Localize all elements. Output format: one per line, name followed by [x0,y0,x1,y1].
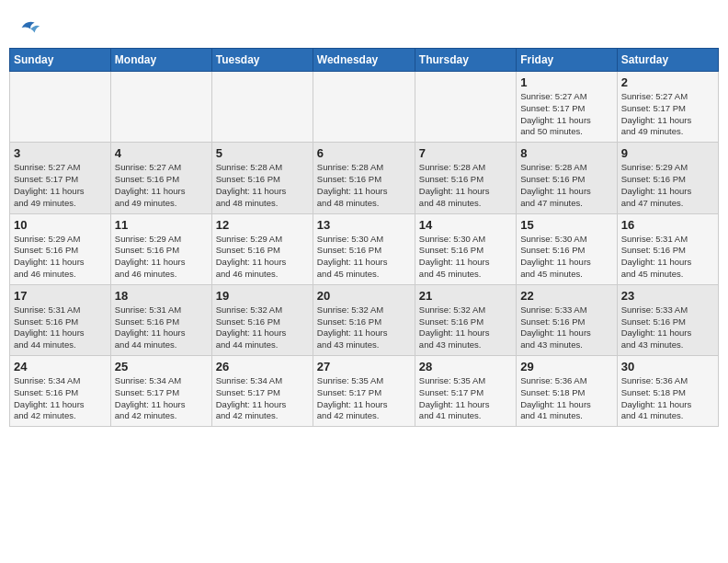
calendar-week-row: 24Sunrise: 5:34 AMSunset: 5:16 PMDayligh… [10,356,719,427]
calendar-day-cell: 7Sunrise: 5:28 AMSunset: 5:16 PMDaylight… [415,143,516,213]
calendar-day-cell: 22Sunrise: 5:33 AMSunset: 5:16 PMDayligh… [517,284,617,355]
calendar-day-cell: 27Sunrise: 5:35 AMSunset: 5:17 PMDayligh… [313,356,415,427]
calendar-table: SundayMondayTuesdayWednesdayThursdayFrid… [9,48,719,427]
day-number: 19 [216,289,309,303]
day-info: Sunrise: 5:29 AMSunset: 5:16 PMDaylight:… [115,234,208,281]
day-number: 9 [621,146,714,160]
calendar-day-cell [313,72,415,143]
day-number: 24 [14,360,107,373]
calendar-day-cell: 29Sunrise: 5:36 AMSunset: 5:18 PMDayligh… [517,356,617,427]
calendar-header-cell: Tuesday [211,49,313,72]
calendar-day-cell: 8Sunrise: 5:28 AMSunset: 5:16 PMDaylight… [517,143,617,213]
day-info: Sunrise: 5:27 AMSunset: 5:17 PMDaylight:… [14,162,107,209]
day-info: Sunrise: 5:27 AMSunset: 5:16 PMDaylight:… [115,162,208,209]
calendar-day-cell [10,72,111,143]
calendar-day-cell: 4Sunrise: 5:27 AMSunset: 5:16 PMDaylight… [110,143,211,213]
day-info: Sunrise: 5:29 AMSunset: 5:16 PMDaylight:… [216,234,309,281]
day-number: 23 [621,289,714,303]
calendar-day-cell: 18Sunrise: 5:31 AMSunset: 5:16 PMDayligh… [110,284,211,355]
day-number: 5 [216,146,309,160]
calendar-day-cell: 11Sunrise: 5:29 AMSunset: 5:16 PMDayligh… [110,213,211,284]
calendar-week-row: 17Sunrise: 5:31 AMSunset: 5:16 PMDayligh… [10,284,719,355]
calendar-header-cell: Friday [517,49,617,72]
day-number: 26 [216,360,309,373]
day-info: Sunrise: 5:27 AMSunset: 5:17 PMDaylight:… [520,91,612,138]
day-number: 14 [419,218,512,232]
day-number: 28 [419,360,512,373]
calendar-day-cell: 5Sunrise: 5:28 AMSunset: 5:16 PMDaylight… [211,143,313,213]
header [9,9,719,40]
day-info: Sunrise: 5:27 AMSunset: 5:17 PMDaylight:… [621,91,714,138]
calendar-day-cell: 28Sunrise: 5:35 AMSunset: 5:17 PMDayligh… [415,356,516,427]
day-info: Sunrise: 5:30 AMSunset: 5:16 PMDaylight:… [317,234,411,281]
day-info: Sunrise: 5:33 AMSunset: 5:16 PMDaylight:… [520,304,612,351]
day-info: Sunrise: 5:34 AMSunset: 5:17 PMDaylight:… [115,375,208,422]
day-info: Sunrise: 5:35 AMSunset: 5:17 PMDaylight:… [317,375,411,422]
page: SundayMondayTuesdayWednesdayThursdayFrid… [0,0,728,563]
day-info: Sunrise: 5:30 AMSunset: 5:16 PMDaylight:… [520,234,612,281]
calendar-day-cell [211,72,313,143]
calendar-day-cell: 17Sunrise: 5:31 AMSunset: 5:16 PMDayligh… [10,284,111,355]
day-number: 8 [520,146,612,160]
calendar-week-row: 10Sunrise: 5:29 AMSunset: 5:16 PMDayligh… [10,213,719,284]
day-number: 13 [317,218,411,232]
calendar-header-row: SundayMondayTuesdayWednesdayThursdayFrid… [10,49,719,72]
day-info: Sunrise: 5:36 AMSunset: 5:18 PMDaylight:… [621,375,714,422]
logo [13,15,42,40]
day-number: 10 [14,218,107,232]
calendar-week-row: 1Sunrise: 5:27 AMSunset: 5:17 PMDaylight… [10,72,719,143]
calendar-day-cell: 23Sunrise: 5:33 AMSunset: 5:16 PMDayligh… [617,284,718,355]
day-info: Sunrise: 5:31 AMSunset: 5:16 PMDaylight:… [14,304,107,351]
day-number: 29 [520,360,612,373]
calendar-day-cell: 16Sunrise: 5:31 AMSunset: 5:16 PMDayligh… [617,213,718,284]
day-number: 2 [621,75,714,89]
calendar-header-cell: Thursday [415,49,516,72]
day-number: 11 [115,218,208,232]
day-number: 3 [14,146,107,160]
day-number: 7 [419,146,512,160]
calendar-day-cell: 1Sunrise: 5:27 AMSunset: 5:17 PMDaylight… [517,72,617,143]
day-number: 1 [520,75,612,89]
day-info: Sunrise: 5:30 AMSunset: 5:16 PMDaylight:… [419,234,512,281]
calendar-day-cell: 30Sunrise: 5:36 AMSunset: 5:18 PMDayligh… [617,356,718,427]
calendar-day-cell: 21Sunrise: 5:32 AMSunset: 5:16 PMDayligh… [415,284,516,355]
calendar-body: 1Sunrise: 5:27 AMSunset: 5:17 PMDaylight… [10,72,719,427]
day-number: 12 [216,218,309,232]
calendar-day-cell: 6Sunrise: 5:28 AMSunset: 5:16 PMDaylight… [313,143,415,213]
day-info: Sunrise: 5:31 AMSunset: 5:16 PMDaylight:… [115,304,208,351]
day-info: Sunrise: 5:28 AMSunset: 5:16 PMDaylight:… [520,162,612,209]
day-number: 16 [621,218,714,232]
day-info: Sunrise: 5:33 AMSunset: 5:16 PMDaylight:… [621,304,714,351]
day-info: Sunrise: 5:28 AMSunset: 5:16 PMDaylight:… [216,162,309,209]
day-number: 17 [14,289,107,303]
calendar-day-cell: 10Sunrise: 5:29 AMSunset: 5:16 PMDayligh… [10,213,111,284]
calendar-day-cell: 2Sunrise: 5:27 AMSunset: 5:17 PMDaylight… [617,72,718,143]
calendar-day-cell: 9Sunrise: 5:29 AMSunset: 5:16 PMDaylight… [617,143,718,213]
day-info: Sunrise: 5:28 AMSunset: 5:16 PMDaylight:… [419,162,512,209]
day-number: 22 [520,289,612,303]
calendar-header-cell: Sunday [10,49,111,72]
day-number: 15 [520,218,612,232]
day-number: 6 [317,146,411,160]
calendar-day-cell: 25Sunrise: 5:34 AMSunset: 5:17 PMDayligh… [110,356,211,427]
calendar-day-cell: 15Sunrise: 5:30 AMSunset: 5:16 PMDayligh… [517,213,617,284]
calendar-day-cell: 12Sunrise: 5:29 AMSunset: 5:16 PMDayligh… [211,213,313,284]
calendar-header-cell: Monday [110,49,211,72]
calendar-week-row: 3Sunrise: 5:27 AMSunset: 5:17 PMDaylight… [10,143,719,213]
day-info: Sunrise: 5:32 AMSunset: 5:16 PMDaylight:… [419,304,512,351]
day-info: Sunrise: 5:35 AMSunset: 5:17 PMDaylight:… [419,375,512,422]
calendar-day-cell: 3Sunrise: 5:27 AMSunset: 5:17 PMDaylight… [10,143,111,213]
day-number: 20 [317,289,411,303]
calendar-day-cell: 20Sunrise: 5:32 AMSunset: 5:16 PMDayligh… [313,284,415,355]
calendar-header-cell: Wednesday [313,49,415,72]
day-info: Sunrise: 5:28 AMSunset: 5:16 PMDaylight:… [317,162,411,209]
calendar-day-cell: 14Sunrise: 5:30 AMSunset: 5:16 PMDayligh… [415,213,516,284]
calendar-day-cell: 19Sunrise: 5:32 AMSunset: 5:16 PMDayligh… [211,284,313,355]
day-info: Sunrise: 5:31 AMSunset: 5:16 PMDaylight:… [621,234,714,281]
logo-bird-icon [17,15,42,40]
day-info: Sunrise: 5:29 AMSunset: 5:16 PMDaylight:… [621,162,714,209]
calendar-day-cell [110,72,211,143]
calendar-day-cell: 26Sunrise: 5:34 AMSunset: 5:17 PMDayligh… [211,356,313,427]
day-number: 25 [115,360,208,373]
calendar-day-cell: 24Sunrise: 5:34 AMSunset: 5:16 PMDayligh… [10,356,111,427]
